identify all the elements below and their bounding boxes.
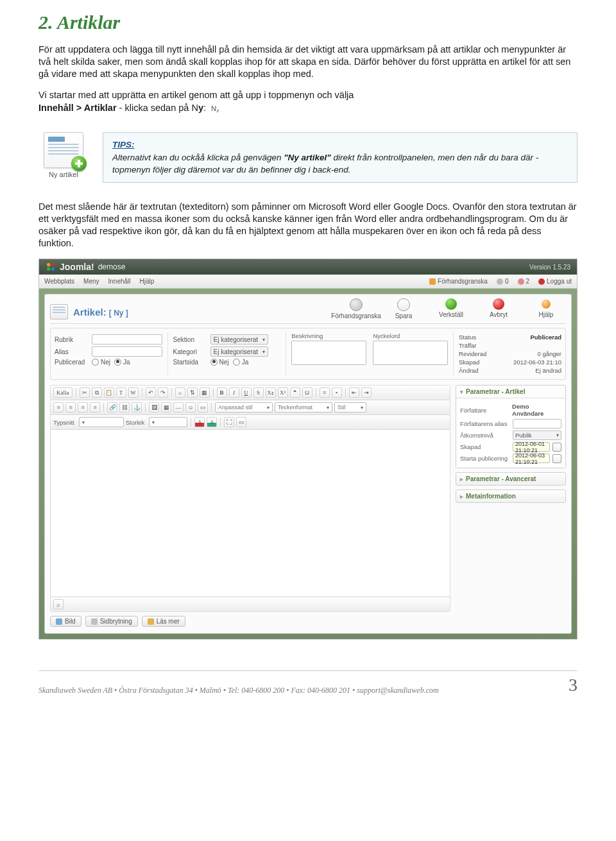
- select-stil[interactable]: Stil: [334, 402, 366, 412]
- btn-copy[interactable]: ⧉: [92, 387, 102, 398]
- btn-italic[interactable]: I: [229, 387, 239, 398]
- btn-source[interactable]: Källa: [53, 387, 73, 398]
- btn-showblocks[interactable]: ▭: [236, 417, 246, 427]
- btn-readmore[interactable]: Läs mer: [142, 616, 185, 627]
- btn-unlink[interactable]: ⛓: [119, 402, 130, 412]
- menu-webbplats[interactable]: Webbplats: [44, 278, 74, 285]
- editor-footer-buttons: Bild Sidbrytning Läs mer: [50, 612, 450, 627]
- btn-ol[interactable]: ≡: [320, 387, 330, 398]
- btn-quote[interactable]: ❝: [290, 387, 300, 398]
- label-startsida: Startsida: [173, 359, 207, 366]
- select-kategori-value: Ej kategoriserat: [214, 348, 258, 355]
- user-icon: [518, 278, 524, 285]
- calendar-icon[interactable]: [552, 454, 561, 463]
- btn-superscript[interactable]: X²: [278, 387, 288, 398]
- btn-outdent[interactable]: ⇤: [349, 387, 359, 398]
- radio-startsida-nej[interactable]: Nej: [210, 359, 229, 366]
- radio-startsida-ja[interactable]: Ja: [233, 359, 249, 366]
- btn-pagebreak[interactable]: Sidbrytning: [85, 616, 138, 627]
- atkomst-value: Publik: [515, 432, 532, 439]
- mail-icon: [497, 278, 503, 285]
- btn-hr[interactable]: —: [173, 402, 184, 412]
- calendar-icon[interactable]: [552, 443, 561, 452]
- toolbar-apply-label: Verkställ: [439, 311, 463, 318]
- select-storlek[interactable]: [149, 417, 187, 427]
- accordion-header-avancerat[interactable]: Parametrar - Avancerat: [456, 473, 565, 485]
- label-forfattaralias: Författarens alias: [460, 420, 510, 427]
- label-sektion: Sektion: [173, 336, 207, 343]
- btn-subscript[interactable]: X₂: [266, 387, 276, 398]
- toolbar-apply[interactable]: Verkställ: [431, 298, 471, 319]
- accordion-header-artikel[interactable]: Parametrar - Artikel: [456, 386, 565, 398]
- toolbar-save[interactable]: Spara: [384, 298, 424, 319]
- toolbar-cancel-label: Avbryt: [490, 311, 508, 318]
- toolbar-help[interactable]: Hjälp: [526, 298, 566, 319]
- btn-table[interactable]: ▦: [161, 402, 171, 412]
- preview-link[interactable]: Förhandsgranska: [429, 278, 488, 285]
- textarea-beskrivning[interactable]: [291, 341, 366, 365]
- select-sektion[interactable]: Ej kategoriserat: [210, 334, 268, 344]
- btn-textcolor[interactable]: A: [194, 417, 205, 427]
- toolbar-preview[interactable]: Förhandsgranska: [336, 298, 376, 319]
- btn-selectall[interactable]: ▦: [200, 387, 210, 398]
- select-typsnitt[interactable]: [79, 417, 124, 427]
- btn-redo[interactable]: ↷: [158, 387, 168, 398]
- stil-label: Stil: [338, 404, 346, 411]
- btn-bold[interactable]: B: [217, 387, 227, 398]
- btn-image[interactable]: 🖼: [149, 402, 159, 412]
- accordion-header-metainfo[interactable]: Metainformation: [456, 490, 565, 502]
- btn-paste[interactable]: 📋: [104, 387, 114, 398]
- input-alias[interactable]: [92, 346, 162, 357]
- btn-align-left[interactable]: ≡: [53, 402, 64, 412]
- messages-count[interactable]: 0: [497, 278, 509, 285]
- input-startpub-date[interactable]: 2012-06-03 21:10:21: [513, 454, 550, 463]
- btn-align-center[interactable]: ≡: [65, 402, 76, 412]
- label-skapad-side: Skapad: [460, 443, 510, 450]
- btn-link[interactable]: 🔗: [107, 402, 117, 412]
- btn-smiley[interactable]: ☺: [185, 402, 196, 412]
- btn-paste-text[interactable]: T: [116, 387, 126, 398]
- users-count[interactable]: 2: [518, 278, 530, 285]
- article-meta-form: Rubrik Alias Publicerad Nej Ja SektionEj…: [50, 328, 566, 380]
- btn-find[interactable]: ⌕: [175, 387, 185, 398]
- btn-underline[interactable]: U: [241, 387, 252, 398]
- select-kategori[interactable]: Ej kategoriserat: [210, 346, 268, 357]
- status-label: Status: [459, 334, 476, 341]
- btn-replace[interactable]: ⇅: [187, 387, 198, 398]
- editor-content-area[interactable]: [51, 430, 450, 597]
- btn-align-justify[interactable]: ≡: [90, 402, 100, 412]
- input-skapad-date[interactable]: 2012-06-01 21:10:21: [513, 442, 550, 452]
- menu-innehall[interactable]: Innehåll: [108, 278, 131, 285]
- btn-maximize[interactable]: ⛶: [224, 417, 234, 427]
- label-nyckelord: Nyckelord: [373, 332, 448, 339]
- select-teckenformat[interactable]: Teckenformat: [275, 402, 332, 412]
- select-anpassad-stil[interactable]: Anpassad stil: [215, 402, 273, 412]
- btn-strike[interactable]: S: [253, 387, 264, 398]
- zoom-icon[interactable]: ⌕: [53, 599, 64, 609]
- select-atkomst[interactable]: Publik: [513, 430, 561, 440]
- btn-align-right[interactable]: ≡: [78, 402, 88, 412]
- input-rubrik[interactable]: [92, 334, 162, 344]
- btn-paste-word[interactable]: W: [128, 387, 139, 398]
- textarea-nyckelord[interactable]: [373, 341, 448, 365]
- btn-iframe[interactable]: ▭: [198, 402, 208, 412]
- btn-specialchar[interactable]: Ω: [302, 387, 312, 398]
- btn-indent[interactable]: ⇥: [361, 387, 372, 398]
- radio-publicerad-ja[interactable]: Ja: [114, 359, 130, 366]
- plus-circle-icon: [71, 156, 87, 171]
- btn-anchor[interactable]: ⚓: [132, 402, 142, 412]
- btn-bgcolor[interactable]: A: [207, 417, 217, 427]
- toolbar-cancel[interactable]: Avbryt: [479, 298, 518, 319]
- btn-insert-image[interactable]: Bild: [50, 616, 81, 627]
- input-forfattaralias[interactable]: [513, 419, 561, 429]
- logout-link[interactable]: Logga ut: [538, 278, 572, 285]
- btn-cut[interactable]: ✂: [80, 387, 90, 398]
- reviderad-label: Reviderad: [459, 350, 486, 357]
- menu-hjalp[interactable]: Hjälp: [140, 278, 155, 285]
- btn-ul[interactable]: •: [332, 387, 342, 398]
- radio-publicerad-nej[interactable]: Nej: [92, 359, 110, 366]
- p2-text-c: - klicka sedan på N: [117, 103, 198, 113]
- menu-meny[interactable]: Meny: [83, 278, 99, 285]
- btn-undo[interactable]: ↶: [146, 387, 156, 398]
- tips-panel: TIPS: Alternativt kan du ockåå klicka på…: [103, 132, 578, 183]
